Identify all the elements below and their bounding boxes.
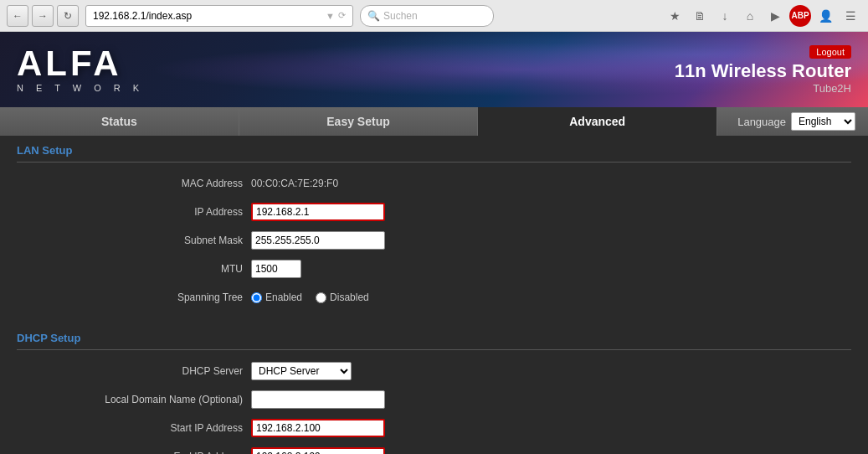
end-ip-input[interactable] xyxy=(251,447,385,454)
tab-easy-setup[interactable]: Easy Setup xyxy=(239,107,479,136)
ip-address-row: IP Address xyxy=(17,201,851,223)
subnet-mask-input[interactable] xyxy=(251,231,385,250)
addon-icon[interactable]: ABP xyxy=(789,5,811,27)
browser-nav-buttons: ← → ↻ xyxy=(7,5,79,27)
dhcp-server-select[interactable]: DHCP Server DHCP Relay Disabled xyxy=(251,362,352,380)
logo-text: ALFA xyxy=(17,46,122,81)
url-text: 192.168.2.1/index.asp xyxy=(93,10,192,22)
network-text: N E T W O R K xyxy=(17,83,144,93)
logout-button[interactable]: Logout xyxy=(809,45,851,59)
mac-address-value: 00:C0:CA:7E:29:F0 xyxy=(251,178,338,189)
router-model: Tube2H xyxy=(675,82,851,95)
search-bar[interactable]: 🔍 Suchen xyxy=(360,5,494,27)
spanning-tree-enabled-label[interactable]: Enabled xyxy=(251,291,302,303)
nav-language: Language English Deutsch Français xyxy=(717,107,868,136)
spanning-tree-disabled-label[interactable]: Disabled xyxy=(316,291,369,303)
search-icon: 🔍 xyxy=(367,10,380,22)
dhcp-server-row: DHCP Server DHCP Server DHCP Relay Disab… xyxy=(17,360,851,382)
local-domain-label: Local Domain Name (Optional) xyxy=(17,394,251,405)
mtu-row: MTU xyxy=(17,258,851,280)
reload-button[interactable]: ↻ xyxy=(57,5,79,27)
ip-address-input[interactable] xyxy=(251,203,385,221)
header-right: Logout 11n Wireless Router Tube2H xyxy=(675,45,851,95)
spanning-tree-label: Spanning Tree xyxy=(17,291,251,303)
avatar-icon[interactable]: 👤 xyxy=(814,5,836,27)
menu-icon[interactable]: ☰ xyxy=(840,5,861,27)
end-ip-label: End IP Address xyxy=(17,451,251,454)
end-ip-row: End IP Address xyxy=(17,446,851,454)
nav-tabs: Status Easy Setup Advanced Language Engl… xyxy=(0,107,868,136)
browser-chrome: ← → ↻ 192.168.2.1/index.asp ▼ ⟳ 🔍 Suchen… xyxy=(0,0,868,32)
subnet-mask-label: Subnet Mask xyxy=(17,235,251,246)
language-select[interactable]: English Deutsch Français xyxy=(791,112,855,131)
spanning-tree-radio-group: Enabled Disabled xyxy=(251,291,369,303)
mtu-input[interactable] xyxy=(251,260,301,278)
alfa-logo: ALFA N E T W O R K xyxy=(17,46,144,93)
forward-button[interactable]: → xyxy=(32,5,54,27)
dhcp-setup-title: DHCP Setup xyxy=(17,332,851,350)
language-label: Language xyxy=(737,116,786,128)
downloads-icon[interactable]: 🗎 xyxy=(689,5,711,27)
history-icon[interactable]: ↓ xyxy=(714,5,736,27)
bookmark-icon[interactable]: ★ xyxy=(664,5,686,27)
search-placeholder: Suchen xyxy=(383,10,418,22)
lan-setup-title: LAN Setup xyxy=(17,144,851,163)
tab-status[interactable]: Status xyxy=(0,107,239,136)
start-ip-label: Start IP Address xyxy=(17,422,251,434)
dhcp-server-label: DHCP Server xyxy=(17,365,251,377)
browser-icons: ★ 🗎 ↓ ⌂ ▶ ABP 👤 ☰ xyxy=(664,5,861,27)
ip-address-label: IP Address xyxy=(17,206,251,218)
back-button[interactable]: ← xyxy=(7,5,28,27)
mac-address-row: MAC Address 00:C0:CA:7E:29:F0 xyxy=(17,173,851,194)
content-area: LAN Setup MAC Address 00:C0:CA:7E:29:F0 … xyxy=(0,136,868,454)
start-ip-input[interactable] xyxy=(251,419,385,437)
lan-setup-section: LAN Setup MAC Address 00:C0:CA:7E:29:F0 … xyxy=(0,136,868,323)
dhcp-setup-section: DHCP Setup DHCP Server DHCP Server DHCP … xyxy=(0,323,868,454)
spanning-tree-disabled-radio[interactable] xyxy=(316,292,326,303)
router-title: 11n Wireless Router xyxy=(675,60,851,82)
start-ip-row: Start IP Address xyxy=(17,417,851,439)
local-domain-row: Local Domain Name (Optional) xyxy=(17,389,851,410)
url-bar[interactable]: 192.168.2.1/index.asp ▼ ⟳ xyxy=(85,5,353,27)
local-domain-input[interactable] xyxy=(251,390,385,409)
home-icon[interactable]: ⌂ xyxy=(739,5,761,27)
bookmark2-icon[interactable]: ▶ xyxy=(764,5,786,27)
subnet-mask-row: Subnet Mask xyxy=(17,230,851,251)
page-wrapper: ALFA N E T W O R K Logout 11n Wireless R… xyxy=(0,32,868,454)
tab-advanced[interactable]: Advanced xyxy=(478,107,717,136)
header: ALFA N E T W O R K Logout 11n Wireless R… xyxy=(0,32,868,107)
spanning-tree-enabled-radio[interactable] xyxy=(251,292,262,303)
spanning-tree-row: Spanning Tree Enabled Disabled xyxy=(17,286,851,308)
mac-address-label: MAC Address xyxy=(17,178,251,189)
mtu-label: MTU xyxy=(17,263,251,275)
